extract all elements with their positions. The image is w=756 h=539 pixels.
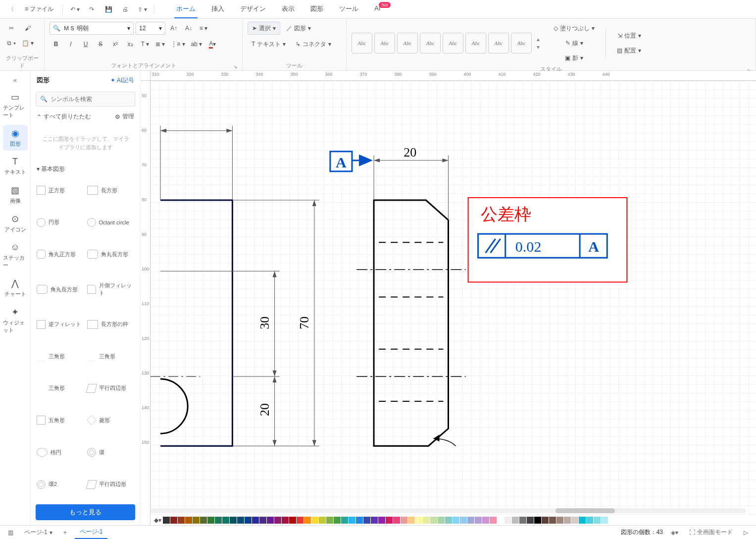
color-swatch[interactable] [297, 517, 303, 524]
color-swatch[interactable] [519, 517, 526, 524]
rail-shapes[interactable]: ◉図形 [3, 125, 28, 151]
rail-icons[interactable]: ⊙アイコン [3, 211, 28, 236]
shape-item[interactable]: Octant circle [86, 208, 136, 238]
drawing-arc[interactable] [160, 379, 188, 433]
canvas[interactable]: 70 30 20 [151, 81, 756, 513]
style-preset[interactable]: Abc [443, 33, 463, 54]
ruler-vertical[interactable]: 5060708090100110120130140150 [141, 81, 151, 525]
arrange-button[interactable]: ▤ 配置 ▾ [613, 44, 645, 57]
increase-font-button[interactable]: A↑ [167, 22, 180, 35]
color-swatch[interactable] [415, 517, 422, 524]
tab-ai[interactable]: AIhot [372, 0, 395, 18]
select-tool[interactable]: ➤ 選択 ▾ [248, 22, 280, 35]
shape-item[interactable]: 平行四辺形 [86, 374, 136, 404]
shape-item[interactable]: 五角形 [36, 405, 85, 435]
font-color-button[interactable]: A ▾ [206, 38, 219, 51]
layers-button[interactable]: ◈▾ [668, 528, 681, 537]
color-swatch[interactable] [393, 517, 400, 524]
manage-libraries[interactable]: ⚙ 管理 [115, 112, 134, 121]
copy-button[interactable]: ⧉ ▾ [5, 37, 18, 50]
color-swatch[interactable] [527, 517, 534, 524]
text-tool[interactable]: T テキスト ▾ [248, 38, 290, 51]
color-swatch[interactable] [408, 517, 415, 524]
tolerance-frame[interactable]: 0.02 A [478, 234, 607, 258]
style-preset[interactable]: Abc [465, 33, 486, 54]
color-swatch[interactable] [215, 517, 222, 524]
drawing-svg[interactable]: 70 30 20 [151, 81, 756, 513]
line-spacing-button[interactable]: ≣ ▾ [153, 38, 167, 51]
shape-item[interactable]: 角丸長方形 [86, 239, 136, 270]
fill-dropper-icon[interactable]: ◆▾ [152, 516, 162, 524]
fill-button[interactable]: ◇ 塗りつぶし ▾ [550, 22, 599, 35]
position-button[interactable]: ⇲ 位置 ▾ [613, 29, 645, 42]
change-case-button[interactable]: ab ▾ [189, 38, 204, 51]
line-button[interactable]: ✎ 線 ▾ [550, 37, 599, 50]
file-menu[interactable]: ≡ ファイル [21, 3, 57, 15]
tab-tools[interactable]: ツール [337, 0, 360, 18]
bold-button[interactable]: B [50, 38, 62, 51]
color-swatch[interactable] [282, 517, 289, 524]
shape-item[interactable]: 逆フィレット [36, 309, 85, 339]
color-swatch[interactable] [274, 517, 281, 524]
color-swatch[interactable] [237, 517, 244, 524]
collapse-rail[interactable]: « [0, 75, 30, 86]
shape-item[interactable]: 三角形 [86, 341, 136, 372]
color-swatch[interactable] [371, 517, 378, 524]
color-swatch[interactable] [341, 517, 348, 524]
font-dialog-launcher[interactable]: ↘ [233, 64, 237, 69]
color-swatch[interactable] [289, 517, 296, 524]
color-swatch[interactable] [378, 517, 385, 524]
color-swatch[interactable] [386, 517, 393, 524]
color-swatch[interactable] [579, 517, 586, 524]
color-swatch[interactable] [252, 517, 259, 524]
shape-item[interactable]: 角丸長方形 [36, 271, 85, 308]
color-swatch[interactable] [363, 517, 370, 524]
color-swatch[interactable] [193, 517, 200, 524]
shape-item[interactable]: 菱形 [86, 405, 136, 435]
color-swatch[interactable] [453, 517, 459, 524]
add-page-button[interactable]: + [60, 528, 70, 537]
align-button[interactable]: ≡ ▾ [197, 22, 210, 35]
collapse-all[interactable]: ⌃ すべて折りたたむ [37, 112, 91, 121]
bullets-button[interactable]: ⋮≡ ▾ [169, 38, 187, 51]
color-swatch[interactable] [334, 517, 341, 524]
cut-button[interactable]: ✂ [5, 22, 18, 35]
color-swatch[interactable] [475, 517, 482, 524]
color-swatch[interactable] [430, 517, 437, 524]
save-button[interactable]: 💾 [101, 2, 115, 16]
shape-item[interactable]: 三角形 [36, 341, 85, 372]
color-swatch[interactable] [564, 517, 571, 524]
present-button[interactable]: ▷ [741, 528, 751, 537]
color-swatch[interactable] [542, 517, 549, 524]
shape-item[interactable]: 正方形 [36, 175, 85, 206]
color-swatch[interactable] [185, 517, 192, 524]
shape-item[interactable]: 三角形 [36, 374, 85, 404]
export-button[interactable]: ⇪ ▾ [135, 2, 149, 16]
color-swatch[interactable] [467, 517, 474, 524]
color-swatch[interactable] [178, 517, 185, 524]
style-gallery-more[interactable]: ▴▾ [534, 33, 543, 54]
rail-text[interactable]: Tテキスト [3, 154, 28, 179]
print-button[interactable]: 🖨 [118, 2, 132, 16]
rail-templates[interactable]: ▭テンプレート [3, 89, 28, 122]
shadow-button[interactable]: ▣ 影 ▾ [550, 52, 599, 64]
color-swatch[interactable] [438, 517, 445, 524]
color-swatch[interactable] [460, 517, 467, 524]
color-swatch[interactable] [571, 517, 578, 524]
color-swatch[interactable] [423, 517, 430, 524]
color-swatch[interactable] [497, 517, 504, 524]
color-swatch[interactable] [556, 517, 563, 524]
color-swatch[interactable] [490, 517, 497, 524]
tab-insert[interactable]: 挿入 [209, 0, 226, 18]
strike-button[interactable]: S [94, 38, 107, 51]
color-swatch[interactable] [594, 517, 601, 524]
shape-item[interactable]: 円形 [36, 208, 85, 238]
paste-button[interactable]: 📋 ▾ [20, 37, 36, 50]
shape-item[interactable]: 環 [86, 437, 136, 468]
color-swatch[interactable] [311, 517, 318, 524]
tab-design[interactable]: デザイン [238, 0, 268, 18]
tab-home[interactable]: ホーム [174, 0, 198, 18]
ai-symbols-link[interactable]: ✦AI記号 [110, 76, 134, 85]
shape-item[interactable]: 平行四辺形 [86, 469, 136, 499]
shape-item[interactable]: 長方形の枠 [86, 309, 136, 339]
